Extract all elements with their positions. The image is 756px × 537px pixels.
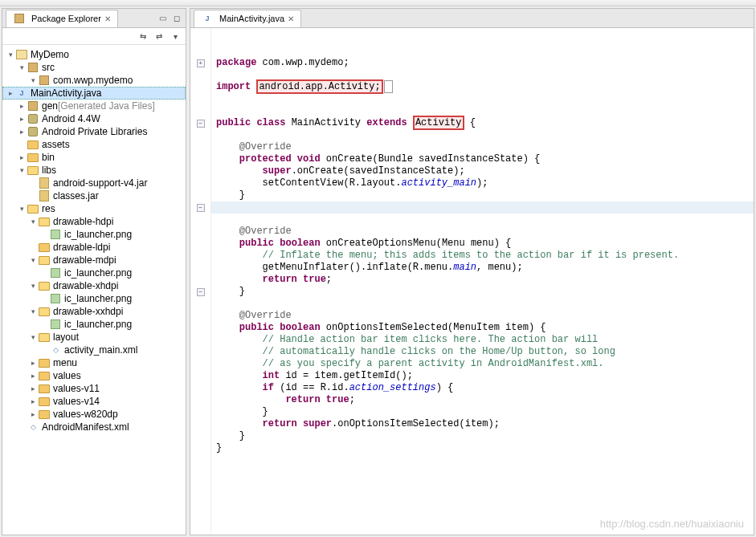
expand-icon[interactable]: ▾ xyxy=(17,205,27,213)
code-line[interactable]: @Override xyxy=(216,226,754,238)
code-line[interactable]: // Handle action bar item clicks here. T… xyxy=(216,334,754,346)
collapse-icon[interactable]: ▸ xyxy=(28,372,38,380)
tree-item[interactable]: ic_launcher.png xyxy=(2,292,186,305)
tree-item[interactable]: ▸values xyxy=(2,369,186,382)
expand-icon[interactable]: ▾ xyxy=(28,307,38,315)
tree-item[interactable]: ▾src xyxy=(2,61,186,74)
folder-open-icon xyxy=(38,254,51,266)
code-line[interactable] xyxy=(216,129,754,141)
code-line[interactable]: @Override xyxy=(216,141,754,153)
tree-item[interactable]: ▾res xyxy=(2,202,186,215)
code-line[interactable]: } xyxy=(216,189,754,201)
expand-icon[interactable]: ▾ xyxy=(6,51,15,59)
expand-icon[interactable]: ▾ xyxy=(28,76,38,84)
close-icon[interactable]: ✕ xyxy=(104,14,111,23)
code-line[interactable]: int id = item.getItemId(); xyxy=(216,370,754,382)
code-line[interactable]: } xyxy=(216,286,754,298)
tree-item[interactable]: ▸values-v14 xyxy=(2,395,186,408)
expand-icon[interactable]: ▾ xyxy=(28,218,38,226)
tree-item[interactable]: ic_launcher.png xyxy=(2,318,186,331)
code-line[interactable]: public class MainActivity extends Activi… xyxy=(216,117,754,129)
editor-tab[interactable]: J MainActivity.java ✕ xyxy=(194,10,301,27)
expand-icon[interactable]: ▾ xyxy=(28,282,38,290)
code-line[interactable]: // automatically handle clicks on the Ho… xyxy=(216,346,754,358)
code-line[interactable]: } xyxy=(216,430,754,442)
code-area[interactable]: package com.wwp.mydemo; import android.a… xyxy=(211,28,754,535)
code-line[interactable]: package com.wwp.mydemo; xyxy=(216,57,754,69)
expand-icon[interactable]: ▾ xyxy=(17,63,27,71)
code-line[interactable]: return true; xyxy=(216,274,754,286)
tree-item[interactable]: ▾drawable-hdpi xyxy=(2,215,186,228)
code-line[interactable]: public boolean onCreateOptionsMenu(Menu … xyxy=(216,238,754,250)
tree-item[interactable]: ▸Android Private Libraries xyxy=(2,125,186,138)
tree-item[interactable]: android-support-v4.jar xyxy=(2,177,186,189)
code-line[interactable]: super.onCreate(savedInstanceState); xyxy=(216,165,754,177)
code-line[interactable]: protected void onCreate(Bundle savedInst… xyxy=(216,153,754,165)
code-line[interactable] xyxy=(216,214,754,226)
collapse-icon[interactable]: ▸ xyxy=(28,410,38,418)
minimize-icon[interactable]: ▭ xyxy=(157,13,168,24)
view-menu-icon[interactable]: ▾ xyxy=(170,31,181,42)
tree-item[interactable]: ▸menu xyxy=(2,356,186,369)
expand-icon[interactable]: ▾ xyxy=(17,166,27,174)
code-line[interactable]: return true; xyxy=(216,394,754,406)
code-line[interactable]: setContentView(R.layout.activity_main); xyxy=(216,177,754,189)
gutter-blank xyxy=(190,81,210,93)
code-line[interactable] xyxy=(216,105,754,117)
tree-item[interactable]: ▸Android 4.4W xyxy=(2,112,186,125)
code-line[interactable] xyxy=(216,298,754,310)
code-line[interactable] xyxy=(216,201,754,214)
tree-item[interactable]: ▸values-v11 xyxy=(2,382,186,395)
collapse-icon[interactable]: ▸ xyxy=(17,128,27,136)
collapse-icon[interactable]: ▸ xyxy=(17,153,27,161)
code-line[interactable]: } xyxy=(216,442,754,454)
tree-item[interactable]: ▸JMainActivity.java xyxy=(2,87,186,100)
tree-item[interactable]: classes.jar xyxy=(2,189,186,202)
link-editor-icon[interactable]: ⇄ xyxy=(153,31,165,42)
code-line[interactable]: getMenuInflater().inflate(R.menu.main, m… xyxy=(216,262,754,274)
tree-item[interactable]: ▸bin xyxy=(2,151,186,164)
code-line[interactable]: return super.onOptionsItemSelected(item)… xyxy=(216,418,754,430)
tree-item[interactable]: ◇AndroidManifest.xml xyxy=(2,421,186,433)
project-tree[interactable]: ▾MyDemo▾src▾com.wwp.mydemo▸JMainActivity… xyxy=(2,45,186,535)
tree-item[interactable]: ▾libs xyxy=(2,164,186,177)
code-line[interactable]: import android.app.Activity; xyxy=(216,81,754,93)
tree-item[interactable]: ic_launcher.png xyxy=(2,266,186,279)
collapse-icon[interactable]: ▸ xyxy=(6,89,15,97)
code-line[interactable]: // Inflate the menu; this adds items to … xyxy=(216,250,754,262)
expand-icon[interactable]: ▾ xyxy=(28,256,38,264)
collapse-icon[interactable]: ▸ xyxy=(28,359,38,367)
tree-item[interactable]: assets xyxy=(2,138,186,151)
collapse-icon[interactable]: ▸ xyxy=(28,397,38,405)
collapse-icon[interactable]: ▸ xyxy=(17,115,27,123)
tree-item[interactable]: ▾MyDemo xyxy=(2,48,186,61)
close-icon[interactable]: ✕ xyxy=(288,14,294,23)
tree-item[interactable]: ▾drawable-mdpi xyxy=(2,254,186,266)
expand-fold-icon[interactable]: + xyxy=(190,57,210,69)
collapse-fold-icon[interactable]: − xyxy=(190,201,210,214)
collapse-fold-icon[interactable]: − xyxy=(190,286,210,298)
tree-item[interactable]: ▾drawable-xhdpi xyxy=(2,279,186,292)
code-line[interactable]: public boolean onOptionsItemSelected(Men… xyxy=(216,322,754,334)
tree-item[interactable]: ▾drawable-xxhdpi xyxy=(2,305,186,318)
code-line[interactable]: @Override xyxy=(216,310,754,322)
maximize-icon[interactable]: ◻ xyxy=(171,13,182,24)
editor-gutter[interactable]: +−−− xyxy=(190,28,211,535)
tree-item[interactable]: ic_launcher.png xyxy=(2,228,186,241)
package-explorer-tab[interactable]: Package Explorer ✕ xyxy=(6,10,118,27)
tree-item[interactable]: drawable-ldpi xyxy=(2,241,186,254)
tree-item[interactable]: ◇activity_main.xml xyxy=(2,344,186,356)
code-line[interactable]: // as you specify a parent activity in A… xyxy=(216,358,754,370)
tree-item[interactable]: ▸values-w820dp xyxy=(2,408,186,421)
code-line[interactable]: } xyxy=(216,406,754,418)
collapse-icon[interactable]: ▸ xyxy=(17,102,27,110)
expand-icon[interactable]: ▾ xyxy=(28,333,38,341)
collapse-icon[interactable]: ▸ xyxy=(28,384,38,393)
tree-item[interactable]: ▾com.wwp.mydemo xyxy=(2,74,186,87)
tree-item[interactable]: ▾layout xyxy=(2,331,186,344)
code-line[interactable]: if (id == R.id.action_settings) { xyxy=(216,382,754,394)
collapse-fold-icon[interactable]: − xyxy=(190,117,210,129)
collapse-all-icon[interactable]: ⇆ xyxy=(137,31,149,42)
tree-item[interactable]: ▸gen [Generated Java Files] xyxy=(2,100,186,112)
code-line[interactable] xyxy=(216,93,754,105)
